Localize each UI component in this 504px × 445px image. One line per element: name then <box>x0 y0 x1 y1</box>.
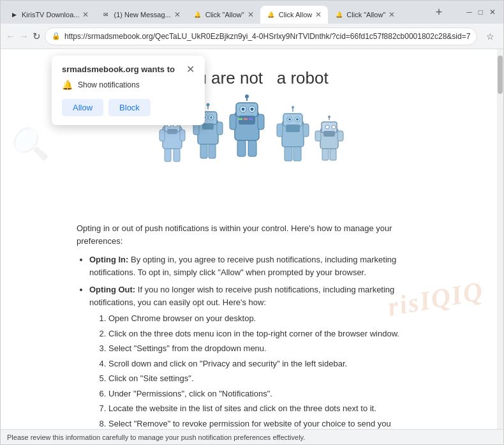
tab-1-favicon: ▶ <box>10 10 19 19</box>
tab-4-close[interactable]: ✕ <box>315 10 322 19</box>
svg-rect-58 <box>315 131 321 141</box>
svg-rect-57 <box>323 131 335 137</box>
new-tab-icon[interactable]: + <box>436 6 443 19</box>
lock-icon: 🔒 <box>52 32 61 40</box>
svg-rect-5 <box>159 130 165 141</box>
svg-point-45 <box>296 118 299 121</box>
tab-3[interactable]: 🔔 Click "Allow" ✕ <box>187 6 260 24</box>
chrome-window: ▶ KirisTV Downloa... ✕ ✉ (1) New Messag.… <box>0 0 504 445</box>
svg-rect-60 <box>322 149 329 160</box>
tab-3-title: Click "Allow" <box>205 11 244 19</box>
notification-popup: srmadsmebook.org wants to ✕ 🔔 Show notif… <box>52 56 205 125</box>
scrollbar-thumb[interactable] <box>498 56 503 94</box>
svg-rect-8 <box>174 149 180 162</box>
tab-5-close[interactable]: ✕ <box>389 10 395 19</box>
svg-rect-7 <box>165 149 171 162</box>
popup-body: 🔔 Show notifications <box>62 80 195 90</box>
tab-bar: ▶ KirisTV Downloa... ✕ ✉ (1) New Messag.… <box>1 1 503 24</box>
step-4: Scroll down and click on "Privacy and se… <box>108 358 408 370</box>
address-bar[interactable]: 🔒 https://srmadsmebook.org/QecTaLU_UkR0E… <box>45 27 477 45</box>
browser-content: srmadsmebook.org wants to ✕ 🔔 Show notif… <box>1 49 503 429</box>
svg-rect-34 <box>230 114 236 130</box>
toolbar: ← → ↻ 🔒 https://srmadsmebook.org/QecTaLU… <box>1 24 503 49</box>
bell-icon: 🔔 <box>62 80 73 90</box>
step-5: Click on "Site settings". <box>108 372 408 385</box>
step-8: Select "Remove" to revoke permission for… <box>108 418 408 430</box>
popup-buttons: Allow Block <box>62 99 195 116</box>
tab-2[interactable]: ✉ (1) New Messag... ✕ <box>95 6 186 24</box>
popup-title: srmadsmebook.org wants to <box>62 64 175 74</box>
page-content: srmadsmebook.org wants to ✕ 🔔 Show notif… <box>1 49 497 429</box>
svg-point-29 <box>251 108 254 111</box>
tab-5-title: Click "Allow" <box>346 11 385 19</box>
tab-2-favicon: ✉ <box>101 10 110 19</box>
svg-point-16 <box>210 116 212 119</box>
svg-rect-36 <box>237 140 246 156</box>
svg-rect-35 <box>258 114 264 130</box>
minimize-btn[interactable]: ─ <box>466 8 472 17</box>
status-bar: Please review this information carefully… <box>1 429 503 444</box>
tab-1-close[interactable]: ✕ <box>82 10 89 19</box>
svg-rect-6 <box>180 130 185 141</box>
toolbar-actions: ☆ ⬇ 👤 ⋮ <box>481 27 504 45</box>
reload-button[interactable]: ↻ <box>33 27 41 45</box>
svg-rect-48 <box>303 124 309 137</box>
popup-close-button[interactable]: ✕ <box>186 64 195 75</box>
allow-button[interactable]: Allow <box>62 99 103 116</box>
tab-4-favicon: 🔔 <box>267 10 276 19</box>
svg-rect-37 <box>248 140 256 156</box>
bullet-opting-in: Opting In: By opting in, you agree to re… <box>89 253 408 278</box>
svg-point-39 <box>245 94 249 98</box>
intro-paragraph: Opting in or out of push notifications i… <box>77 222 408 247</box>
tab-1-title: KirisTV Downloa... <box>22 11 79 19</box>
opting-in-text: By opting in, you agree to receive push … <box>89 255 396 277</box>
back-button[interactable]: ← <box>6 27 15 45</box>
block-button[interactable]: Block <box>108 99 151 116</box>
tab-3-close[interactable]: ✕ <box>248 10 254 19</box>
svg-rect-47 <box>277 124 283 137</box>
status-text: Please review this information carefully… <box>7 434 305 441</box>
svg-point-52 <box>292 106 294 109</box>
tab-bar-extra: + ─ □ ✕ <box>431 6 501 19</box>
popup-body-text: Show notifications <box>78 80 140 89</box>
svg-rect-32 <box>244 118 248 120</box>
tab-1[interactable]: ▶ KirisTV Downloa... ✕ <box>3 6 95 24</box>
svg-point-55 <box>325 125 329 129</box>
maximize-btn[interactable]: □ <box>478 8 483 17</box>
svg-rect-21 <box>209 144 216 158</box>
svg-rect-20 <box>200 144 207 158</box>
bullet-opting-out: Opting Out: If you no longer wish to rec… <box>89 283 408 429</box>
tab-5[interactable]: 🔔 Click "Allow" ✕ <box>328 6 401 24</box>
svg-rect-33 <box>249 118 253 120</box>
close-btn[interactable]: ✕ <box>489 8 496 17</box>
step-1: Open Chrome browser on your desktop. <box>108 312 408 325</box>
svg-point-23 <box>207 103 210 107</box>
svg-point-63 <box>328 116 330 118</box>
svg-point-56 <box>332 125 336 129</box>
popup-header: srmadsmebook.org wants to ✕ <box>62 64 195 75</box>
tab-4-active[interactable]: 🔔 Click Allow ✕ <box>260 6 329 24</box>
tab-3-favicon: 🔔 <box>193 10 202 19</box>
scrollbar-track[interactable] <box>497 49 503 429</box>
svg-rect-50 <box>293 147 301 161</box>
svg-rect-49 <box>285 147 292 161</box>
opting-out-text: If you no longer wish to receive push no… <box>89 285 394 307</box>
svg-rect-19 <box>217 122 223 135</box>
svg-rect-31 <box>239 118 242 120</box>
opting-out-title: Opting Out: <box>89 285 135 294</box>
step-7: Locate the website in the list of sites … <box>108 402 408 415</box>
bullets-list: Opting In: By opting in, you agree to re… <box>77 253 408 429</box>
tab-4-title: Click Allow <box>279 11 313 19</box>
svg-rect-4 <box>167 129 177 134</box>
forward-button[interactable]: → <box>19 27 29 45</box>
body-text: Opting in or out of push notifications i… <box>77 222 408 429</box>
bookmark-button[interactable]: ☆ <box>481 27 499 45</box>
steps-list: Open Chrome browser on your desktop. Cli… <box>89 312 408 429</box>
tab-2-close[interactable]: ✕ <box>174 10 181 19</box>
svg-rect-61 <box>330 149 336 160</box>
svg-rect-46 <box>286 124 300 132</box>
svg-rect-59 <box>337 131 343 141</box>
download-button[interactable]: ⬇ <box>500 27 504 45</box>
svg-rect-17 <box>202 123 214 130</box>
opting-in-title: Opting In: <box>89 255 128 264</box>
